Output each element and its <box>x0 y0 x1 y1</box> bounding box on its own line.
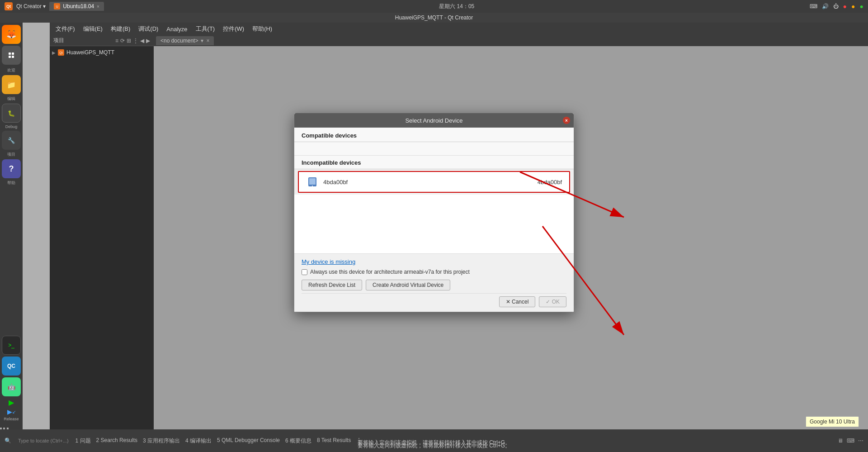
always-use-checkbox[interactable] <box>302 269 307 275</box>
dialog-overlay: Select Android Device × Compatible devic… <box>0 0 868 452</box>
compatible-devices-header: Compatible devices <box>294 128 574 142</box>
svg-rect-1 <box>309 178 316 185</box>
dialog-close-button[interactable]: × <box>563 117 570 124</box>
compatible-device-list <box>294 142 574 156</box>
incompatible-section: Incompatible devices 4bda00bf 4bda00bf <box>294 156 574 254</box>
dialog-footer: My device is missing Always use this dev… <box>294 254 574 312</box>
dialog-title: Select Android Device <box>405 117 462 124</box>
dialog-titlebar: Select Android Device × <box>294 113 574 128</box>
incompatible-devices-label: Incompatible devices <box>302 159 361 166</box>
device-tooltip: Google Mi 10 Ultra <box>806 416 859 427</box>
svg-point-2 <box>312 186 313 186</box>
tooltip-text: Google Mi 10 Ultra <box>810 419 855 425</box>
ok-button[interactable]: ✓ OK <box>539 296 566 307</box>
create-avd-button[interactable]: Create Android Virtual Device <box>366 280 450 290</box>
dialog-body: Compatible devices Incompatible devices <box>294 128 574 312</box>
device-serial: 4bda00bf <box>538 179 562 186</box>
incompatible-devices-header: Incompatible devices <box>294 156 574 169</box>
always-use-checkbox-row: Always use this device for architecture … <box>302 269 566 275</box>
always-use-label: Always use this device for architecture … <box>310 269 470 275</box>
device-name: 4bda00bf <box>323 179 533 186</box>
refresh-device-list-button[interactable]: Refresh Device List <box>302 280 362 290</box>
empty-device-area <box>294 195 574 253</box>
my-device-missing-link[interactable]: My device is missing <box>302 258 355 265</box>
device-icon <box>306 176 319 188</box>
dialog-buttons-row: Refresh Device List Create Android Virtu… <box>302 280 566 290</box>
dialog-action-row: ✕ Cancel ✓ OK <box>302 293 566 307</box>
device-row-4bda00bf[interactable]: 4bda00bf 4bda00bf <box>298 171 570 193</box>
compatible-devices-label: Compatible devices <box>302 132 357 139</box>
cancel-button[interactable]: ✕ Cancel <box>499 296 536 307</box>
select-android-device-dialog: Select Android Device × Compatible devic… <box>294 113 574 312</box>
